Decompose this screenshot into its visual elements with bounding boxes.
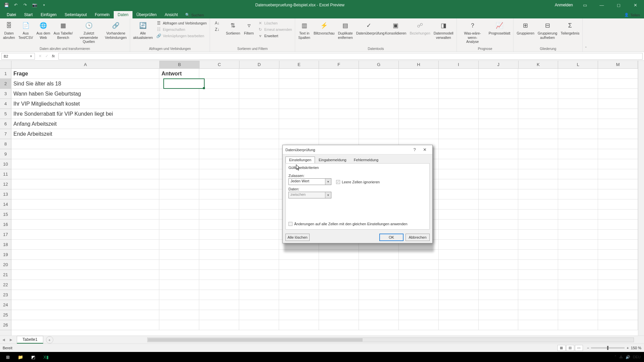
cell[interactable] — [518, 149, 558, 159]
cell[interactable] — [319, 290, 359, 300]
cell[interactable] — [159, 310, 199, 320]
cell[interactable] — [439, 209, 479, 220]
zoom-out-button[interactable]: − — [587, 346, 589, 350]
cell[interactable] — [598, 139, 638, 149]
tab-file[interactable]: Datei — [3, 11, 20, 18]
cell[interactable] — [439, 89, 479, 99]
system-tray[interactable]: ˄ 🖧 🔊 DEU — [614, 355, 643, 359]
select-all-corner[interactable] — [0, 61, 11, 69]
cell[interactable] — [598, 250, 638, 260]
cell[interactable] — [558, 119, 598, 129]
forecast-sheet-button[interactable]: 📈Prognoseblatt — [487, 19, 512, 45]
cell[interactable] — [479, 230, 519, 240]
cell[interactable] — [239, 240, 279, 250]
cell[interactable] — [359, 109, 399, 119]
data-model-button[interactable]: ◨Datenmodell verwalten — [432, 19, 455, 40]
sheet-nav-prev-icon[interactable]: ◀ — [0, 338, 7, 342]
cell[interactable] — [159, 89, 199, 99]
cell[interactable] — [439, 169, 479, 179]
zoom-level[interactable]: 150 % — [631, 346, 641, 350]
cell[interactable] — [239, 220, 279, 230]
dialog-titlebar[interactable]: Datenüberprüfung ? ✕ — [283, 145, 432, 155]
row-header[interactable]: 13 — [0, 189, 11, 199]
cell[interactable] — [558, 79, 598, 89]
row-header[interactable]: 17 — [0, 230, 11, 240]
tray-chevron-icon[interactable]: ˄ — [614, 355, 616, 359]
row-header[interactable]: 6 — [0, 119, 11, 129]
remove-duplicates-button[interactable]: ▤Duplikate entfernen — [336, 19, 354, 40]
cell[interactable] — [598, 179, 638, 189]
cell[interactable] — [479, 149, 519, 159]
cell[interactable] — [518, 129, 558, 139]
cell[interactable] — [518, 280, 558, 290]
cell[interactable] — [598, 199, 638, 209]
row-header[interactable]: 14 — [0, 199, 11, 209]
ok-button[interactable]: OK — [379, 234, 404, 241]
cell[interactable] — [239, 290, 279, 300]
zoom-in-button[interactable]: + — [627, 346, 629, 350]
cell[interactable] — [479, 300, 519, 310]
ungroup-button[interactable]: ⊟Gruppierung aufheben — [536, 19, 558, 40]
cell[interactable] — [439, 69, 479, 79]
cell[interactable] — [558, 149, 598, 159]
cell[interactable] — [479, 290, 519, 300]
allow-combobox[interactable]: Jeden Wert▾ — [288, 178, 331, 185]
cell[interactable] — [558, 230, 598, 240]
cell[interactable] — [558, 209, 598, 220]
name-box[interactable]: B2▼ — [1, 53, 35, 60]
cell[interactable] — [159, 169, 199, 179]
column-header[interactable]: G — [359, 61, 399, 68]
cell[interactable] — [598, 119, 638, 129]
cell[interactable] — [439, 109, 479, 119]
cell[interactable] — [199, 280, 239, 290]
page-break-view-button[interactable]: ▭ — [575, 345, 583, 351]
what-if-button[interactable]: ？Was-wäre-wenn- Analyse — [459, 19, 487, 45]
cell[interactable] — [439, 270, 479, 280]
start-button[interactable]: ⊞ — [1, 352, 14, 362]
cell[interactable] — [479, 250, 519, 260]
cell[interactable] — [319, 280, 359, 290]
cell[interactable] — [359, 310, 399, 320]
cell[interactable] — [159, 199, 199, 209]
cell[interactable] — [239, 119, 279, 129]
cell[interactable]: Ende Arbeitszeit — [11, 129, 159, 139]
row-header[interactable]: 9 — [0, 149, 11, 159]
cell[interactable] — [159, 129, 199, 139]
cell[interactable] — [159, 189, 199, 199]
cell[interactable] — [279, 260, 319, 270]
cell[interactable] — [439, 99, 479, 109]
qat-customize-icon[interactable]: ▾ — [40, 1, 48, 9]
cell[interactable] — [159, 240, 199, 250]
filter-button[interactable]: ▿Filtern — [242, 19, 256, 39]
cell[interactable] — [399, 310, 439, 320]
cell[interactable] — [518, 119, 558, 129]
clear-filter-button[interactable]: ✕Löschen — [256, 20, 293, 26]
row-header[interactable]: 5 — [0, 109, 11, 119]
cell[interactable] — [598, 209, 638, 220]
cell[interactable] — [518, 260, 558, 270]
cell[interactable] — [399, 109, 439, 119]
cell[interactable] — [598, 169, 638, 179]
cell[interactable] — [359, 320, 399, 330]
cell[interactable] — [11, 220, 159, 230]
cell[interactable] — [199, 159, 239, 169]
cell[interactable] — [558, 179, 598, 189]
cell[interactable] — [359, 99, 399, 109]
cell[interactable] — [399, 290, 439, 300]
cell[interactable] — [598, 230, 638, 240]
cell[interactable] — [11, 290, 159, 300]
tab-home[interactable]: Start — [20, 11, 37, 18]
cell[interactable] — [239, 89, 279, 99]
cell[interactable] — [279, 320, 319, 330]
ribbon-options-icon[interactable]: ▭ — [578, 0, 592, 10]
cell[interactable] — [479, 139, 519, 149]
cell[interactable] — [558, 310, 598, 320]
cell[interactable] — [598, 300, 638, 310]
tab-data[interactable]: Daten — [114, 11, 132, 18]
cell[interactable] — [11, 270, 159, 280]
sheet-tab[interactable]: Tabelle1 — [17, 336, 43, 344]
redo-icon[interactable]: ↷ — [21, 1, 29, 9]
cell[interactable] — [558, 159, 598, 169]
cell[interactable] — [239, 209, 279, 220]
cell[interactable] — [479, 310, 519, 320]
